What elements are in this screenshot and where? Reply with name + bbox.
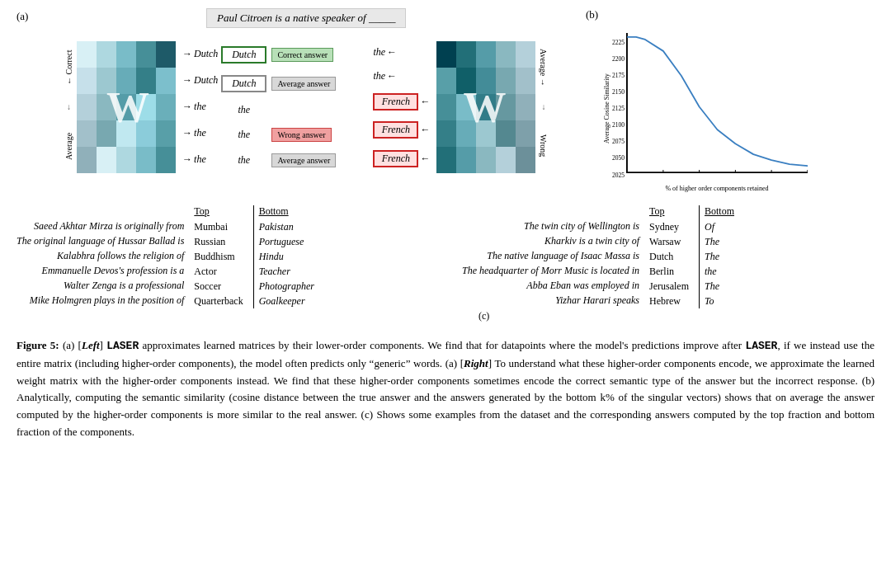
r-top-cell-0: Sydney — [649, 219, 689, 234]
dutch-gray-box: Dutch — [221, 75, 266, 92]
right-w-label: W — [463, 82, 506, 131]
y-tick-0: 2225 — [612, 39, 625, 46]
sentence-row-4: Walter Zenga is a professional — [16, 278, 184, 293]
r-bottom-cell-1: The — [705, 234, 734, 249]
right-word-row-4: French ← — [373, 150, 430, 167]
sentence-row-5: Mike Holmgren plays in the position of — [16, 293, 184, 308]
left-word-0: Dutch — [194, 48, 218, 60]
heatmap-cell — [156, 94, 176, 120]
chart-area: 20 40 60 80 100 — [626, 33, 808, 173]
sentence-row-0: Saeed Akhtar Mirza is originally from — [16, 219, 184, 233]
heatmap-cell — [77, 41, 97, 68]
r-sentence-row-0: The twin city of Wellington is — [462, 219, 639, 233]
heatmap-cell — [97, 41, 116, 68]
the-plain-left3: the — [221, 154, 266, 167]
heatmap-cell — [156, 120, 176, 147]
caption-text1: (a) [ — [63, 339, 82, 351]
french-red-box: French — [373, 93, 418, 111]
sentence-row-2: Kalabhra follows the religion of — [16, 248, 184, 263]
panel-a: (a) Paul Citroen is a native speaker of … — [16, 8, 578, 179]
y-tick-5: 2100 — [612, 121, 625, 129]
right-word-row-2: French ← — [373, 93, 430, 111]
figure-num: Figure 5: — [16, 339, 59, 351]
table-left: Saeed Akhtar Mirza is originally from Th… — [16, 205, 462, 322]
left-word-3: the — [194, 127, 206, 139]
top-cell-5: Quarterback — [194, 294, 243, 308]
top-cell-4: Soccer — [194, 279, 243, 294]
the-plain-left: the — [221, 104, 266, 116]
arrow-right-4: → — [182, 153, 192, 166]
heatmap-cell — [116, 41, 136, 68]
c-label: (c) — [478, 310, 874, 322]
heatmap-cell — [476, 147, 496, 173]
top-cell-1: Russian — [194, 234, 243, 249]
heatmap-cell — [476, 41, 496, 68]
left-heatmap: W — [77, 41, 179, 173]
r-sentence-row-1: Kharkiv is a twin city of — [462, 233, 639, 248]
arrow-left-2: ← — [420, 96, 430, 108]
left-word-row-3: → the — [182, 127, 218, 139]
left-word-1: Dutch — [194, 74, 218, 87]
mid-row-2: the — [221, 104, 370, 116]
heatmap-cell — [156, 41, 176, 68]
x-axis-label: % of higher order components retained — [665, 185, 768, 192]
figure-container: (a) Paul Citroen is a native speaker of … — [16, 8, 874, 441]
heatmap-cell — [136, 41, 156, 68]
average-answer-label: Average answer — [271, 77, 336, 91]
col-bottom-left: Bottom Pakistan Portuguese Hindu Teacher… — [253, 205, 314, 308]
caption-left-italic: Left — [82, 339, 100, 351]
right-axis: Average → ↓ Wrong — [539, 35, 548, 179]
caption: Figure 5: (a) [Left] LASER approximates … — [16, 337, 874, 441]
line-chart-svg: 20 40 60 80 100 — [627, 33, 808, 172]
caption-right-italic: Right — [464, 357, 488, 369]
french-red-box-2: French — [373, 121, 418, 139]
heatmap-cell — [516, 147, 535, 173]
panel-a-sentence: Paul Citroen is a native speaker of ____… — [206, 8, 407, 28]
heatmap-cell — [436, 94, 456, 120]
heatmap-cell — [97, 147, 116, 173]
r-top-cell-5: Hebrew — [649, 294, 689, 308]
arrow-left-1: ← — [387, 70, 397, 82]
r-bottom-cell-2: The — [705, 249, 734, 264]
table-right-inner: The twin city of Wellington is Kharkiv i… — [462, 205, 874, 308]
left-word-row-4: → the — [182, 153, 218, 166]
y-tick-3: 2150 — [612, 88, 625, 96]
heatmap-cell — [156, 68, 176, 94]
right-heatmap: W — [433, 41, 535, 173]
r-sentence-row-3: The headquarter of Morr Music is located… — [462, 263, 639, 278]
table-section: Saeed Akhtar Mirza is originally from Th… — [16, 205, 874, 322]
r-bottom-cell-3: the — [705, 264, 734, 279]
heatmap-cell — [77, 68, 97, 94]
r-top-cell-4: Jerusalem — [649, 279, 689, 294]
heatmap-cell — [516, 120, 535, 147]
the-plain-left2: the — [221, 129, 266, 141]
left-word-row-2: → the — [182, 101, 218, 113]
heatmap-cell — [456, 41, 476, 68]
y-ticks: 2225 2200 2175 2150 2125 2100 2075 2050 … — [612, 39, 625, 179]
r-bottom-cell-5: To — [705, 294, 734, 308]
r-sentence-row-2: The native language of Isaac Massa is — [462, 248, 639, 263]
caption-laser1: LASER — [106, 340, 139, 352]
top-row: (a) Paul Citroen is a native speaker of … — [16, 8, 874, 192]
right-axis-wrong: Wrong — [539, 113, 548, 179]
arrow-right-0: → — [182, 48, 192, 60]
y-tick-8: 2025 — [612, 172, 625, 179]
col-bottom-right: Bottom Of The The the The To — [699, 205, 734, 308]
arrow-right-3: → — [182, 127, 192, 139]
heatmap-cell — [496, 147, 516, 173]
bottom-cell-3: Teacher — [259, 264, 314, 279]
heatmap-diagram: ← Correct ↓ Average — [64, 35, 548, 179]
right-word-row-0: the ← — [373, 46, 430, 59]
wrong-answer-label: Wrong answer — [271, 128, 331, 142]
col-sentences-left: Saeed Akhtar Mirza is originally from Th… — [16, 205, 189, 308]
left-axis-correct: ← Correct — [64, 35, 73, 101]
heatmap-cell — [496, 41, 516, 68]
heatmap-cell — [516, 68, 535, 94]
r-bottom-cell-0: Of — [705, 219, 734, 234]
heatmap-cell — [436, 120, 456, 147]
left-axis: ← Correct ↓ Average — [64, 35, 73, 179]
caption-text3: approximates learned matrices by their l… — [139, 339, 745, 351]
r-top-cell-1: Warsaw — [649, 234, 689, 249]
col-top-right: Top Sydney Warsaw Dutch Berlin Jerusalem… — [644, 205, 699, 308]
left-word-4: the — [194, 153, 206, 166]
